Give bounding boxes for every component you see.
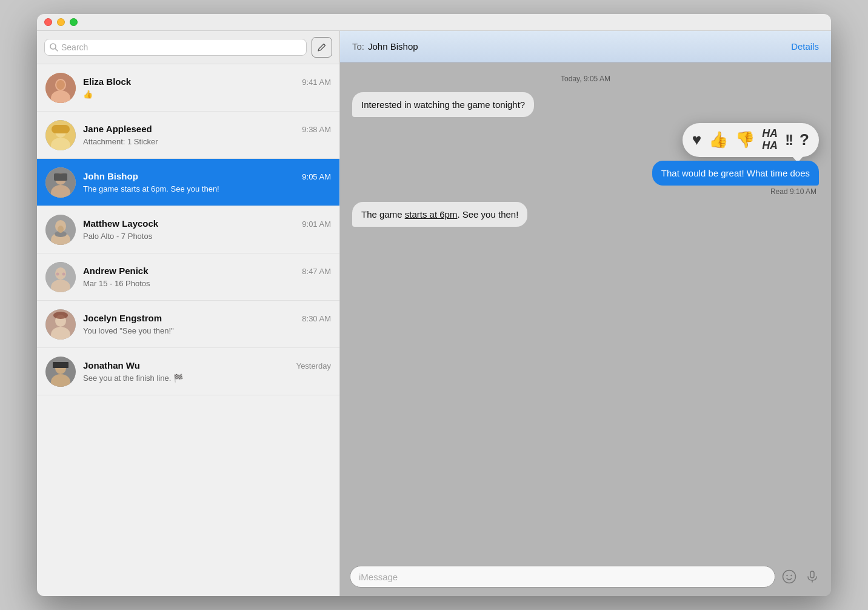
- conv-name-eliza-block: Eliza Block: [83, 76, 131, 87]
- avatar-matthew-laycock: [45, 215, 76, 245]
- titlebar: [37, 14, 831, 31]
- minimize-button[interactable]: [57, 18, 65, 26]
- svg-point-18: [58, 226, 64, 233]
- sidebar: Search: [37, 31, 340, 596]
- svg-point-5: [56, 80, 65, 90]
- conv-body-jane-appleseed: Jane Appleseed 9:38 AM Attachment: 1 Sti…: [83, 124, 331, 147]
- conv-time-jonathan-wu: Yesterday: [296, 361, 331, 370]
- chat-messages: Today, 9:05 AM Interested in watching th…: [340, 62, 831, 560]
- conv-time-eliza-block: 9:41 AM: [302, 78, 331, 87]
- conv-preview-jonathan-wu: See you at the finish line. 🏁: [83, 374, 183, 383]
- to-label: To:: [352, 41, 364, 52]
- message-bubble-incoming-1[interactable]: Interested in watching the game tonight?: [352, 92, 534, 117]
- message-text-incoming-1: Interested in watching the game tonight?: [361, 99, 525, 110]
- message-row-incoming-1: Interested in watching the game tonight?: [352, 92, 819, 117]
- svg-point-0: [50, 44, 56, 49]
- conv-time-jocelyn-engstrom: 8:30 AM: [302, 314, 331, 323]
- tapback-question-icon[interactable]: ?: [800, 130, 809, 149]
- conversation-list: Eliza Block 9:41 AM 👍: [37, 64, 339, 596]
- conv-name-jocelyn-engstrom: Jocelyn Engstrom: [83, 313, 162, 323]
- tapback-thumbsdown-icon[interactable]: 👎: [735, 130, 755, 149]
- svg-line-1: [56, 49, 58, 52]
- main-content: Search: [37, 31, 831, 596]
- conv-time-matthew-laycock: 9:01 AM: [302, 220, 331, 229]
- emoji-button[interactable]: [780, 568, 798, 586]
- avatar-john-bishop: [45, 167, 76, 198]
- conv-body-jonathan-wu: Jonathan Wu Yesterday See you at the fin…: [83, 360, 331, 383]
- conversation-item-jonathan-wu[interactable]: Jonathan Wu Yesterday See you at the fin…: [37, 348, 339, 395]
- sidebar-toolbar: Search: [37, 31, 339, 64]
- conversation-item-john-bishop[interactable]: John Bishop 9:05 AM The game starts at 6…: [37, 159, 339, 206]
- svg-point-27: [53, 312, 68, 319]
- tapback-haha-icon[interactable]: HAHA: [762, 128, 778, 152]
- message-text-outgoing-1: That would be great! What time does: [661, 168, 810, 178]
- svg-rect-9: [52, 125, 70, 133]
- conversation-item-andrew-penick[interactable]: Andrew Penick 8:47 AM Mar 15 - 16 Photos: [37, 253, 339, 301]
- message-text-incoming-2-underline: starts at 6pm: [405, 209, 458, 220]
- conv-preview-andrew-penick: Mar 15 - 16 Photos: [83, 279, 150, 288]
- tapback-thumbsup-icon[interactable]: 👍: [709, 130, 728, 149]
- emoji-icon: [782, 569, 796, 584]
- message-text-incoming-2-part2: . See you then!: [457, 209, 518, 220]
- svg-rect-31: [53, 362, 68, 368]
- avatar-jane-appleseed: [45, 120, 76, 150]
- conv-name-jane-appleseed: Jane Appleseed: [83, 124, 152, 134]
- search-bar[interactable]: Search: [44, 39, 307, 56]
- conv-body-john-bishop: John Bishop 9:05 AM The game starts at 6…: [83, 171, 331, 194]
- messages-window: Search: [37, 14, 831, 596]
- conv-time-john-bishop: 9:05 AM: [302, 172, 331, 181]
- search-icon: [50, 43, 58, 52]
- conv-time-jane-appleseed: 9:38 AM: [302, 125, 331, 134]
- tapback-popup: ♥ 👍 👎 HAHA !! ?: [683, 123, 819, 157]
- conv-name-john-bishop: John Bishop: [83, 171, 138, 181]
- svg-point-23: [62, 272, 65, 275]
- avatar-jocelyn-engstrom: [45, 309, 76, 340]
- conversation-item-matthew-laycock[interactable]: Matthew Laycock 9:01 AM Palo Alto - 7 Ph…: [37, 206, 339, 253]
- svg-point-34: [790, 575, 792, 576]
- svg-rect-35: [810, 571, 814, 578]
- chat-recipient: John Bishop: [368, 41, 418, 52]
- message-text-incoming-2-part1: The game: [361, 209, 405, 220]
- conversation-item-jane-appleseed[interactable]: Jane Appleseed 9:38 AM Attachment: 1 Sti…: [37, 112, 339, 159]
- avatar-jonathan-wu: [45, 357, 76, 387]
- conv-body-matthew-laycock: Matthew Laycock 9:01 AM Palo Alto - 7 Ph…: [83, 218, 331, 241]
- input-placeholder: iMessage: [359, 572, 398, 582]
- svg-point-32: [783, 571, 796, 583]
- conv-body-jocelyn-engstrom: Jocelyn Engstrom 8:30 AM You loved "See …: [83, 313, 331, 336]
- compose-button[interactable]: [312, 37, 332, 58]
- conversation-item-jocelyn-engstrom[interactable]: Jocelyn Engstrom 8:30 AM You loved "See …: [37, 301, 339, 348]
- chat-input-area: iMessage: [340, 560, 831, 596]
- compose-icon: [317, 42, 327, 52]
- details-button[interactable]: Details: [791, 41, 819, 52]
- tapback-exclaim-icon[interactable]: !!: [785, 132, 792, 149]
- svg-rect-13: [54, 173, 67, 181]
- message-row-incoming-2: The game starts at 6pm. See you then!: [352, 202, 819, 227]
- conv-preview-jocelyn-engstrom: You loved "See you then!": [83, 326, 174, 335]
- conv-name-jonathan-wu: Jonathan Wu: [83, 360, 140, 370]
- conv-preview-matthew-laycock: Palo Alto - 7 Photos: [83, 232, 152, 241]
- close-button[interactable]: [44, 18, 52, 26]
- search-placeholder: Search: [61, 42, 88, 52]
- message-bubble-outgoing-1[interactable]: That would be great! What time does: [652, 161, 819, 186]
- conv-preview-jane-appleseed: Attachment: 1 Sticker: [83, 137, 158, 146]
- microphone-button[interactable]: [803, 568, 821, 586]
- conv-preview-john-bishop: The game starts at 6pm. See you then!: [83, 184, 219, 193]
- svg-point-22: [56, 272, 59, 275]
- conv-body-andrew-penick: Andrew Penick 8:47 AM Mar 15 - 16 Photos: [83, 266, 331, 289]
- microphone-icon: [806, 570, 819, 583]
- read-receipt: Read 9:10 AM: [770, 187, 819, 196]
- avatar-eliza-block: [45, 73, 76, 103]
- avatar-andrew-penick: [45, 262, 76, 292]
- conv-time-andrew-penick: 8:47 AM: [302, 267, 331, 276]
- conversation-item-eliza-block[interactable]: Eliza Block 9:41 AM 👍: [37, 64, 339, 112]
- conv-preview-eliza-block: 👍: [83, 90, 93, 99]
- maximize-button[interactable]: [70, 18, 78, 26]
- conv-name-andrew-penick: Andrew Penick: [83, 266, 149, 276]
- chat-header: To: John Bishop Details: [340, 31, 831, 62]
- date-label: Today, 9:05 AM: [352, 75, 819, 83]
- imessage-input[interactable]: iMessage: [350, 566, 775, 588]
- message-row-outgoing-1: ♥ 👍 👎 HAHA !! ? That would be great! Wha…: [352, 123, 819, 196]
- message-bubble-incoming-2[interactable]: The game starts at 6pm. See you then!: [352, 202, 527, 227]
- tapback-heart-icon[interactable]: ♥: [692, 130, 701, 149]
- chat-panel: To: John Bishop Details Today, 9:05 AM I…: [340, 31, 831, 596]
